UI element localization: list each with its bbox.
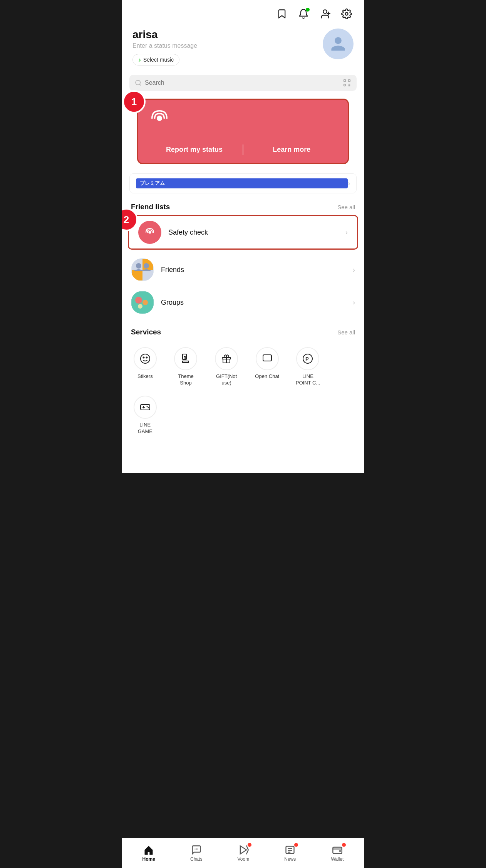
svg-rect-8 — [344, 84, 346, 86]
report-status-button[interactable]: Report my status — [146, 143, 243, 156]
gift-label: GIFT(Not use) — [216, 373, 237, 386]
svg-point-22 — [142, 300, 148, 305]
svg-rect-6 — [344, 80, 346, 82]
svg-rect-16 — [132, 270, 142, 280]
notification-icon[interactable] — [297, 7, 310, 21]
service-line-point[interactable]: P LINE POINT C... — [288, 343, 328, 390]
top-nav — [122, 0, 364, 25]
report-status-banner[interactable]: Report my status Learn more — [137, 99, 349, 164]
svg-point-38 — [146, 406, 147, 407]
avatar[interactable] — [323, 29, 354, 59]
music-icon: ♪ — [138, 57, 141, 63]
safety-check-label: Safety check — [168, 228, 345, 237]
premium-row[interactable]: プレミアム › — [129, 173, 357, 193]
gift-icon — [215, 347, 238, 370]
svg-text:P: P — [305, 356, 309, 362]
service-line-game[interactable]: LINE GAME — [126, 392, 165, 439]
profile-name: arisa — [132, 29, 323, 41]
svg-point-23 — [138, 304, 142, 309]
safety-check-icon — [138, 221, 161, 244]
line-point-label: LINE POINT C... — [296, 373, 320, 386]
safety-check-chevron-icon: › — [345, 228, 348, 237]
banner-buttons: Report my status Learn more — [146, 143, 340, 156]
svg-point-0 — [323, 10, 327, 13]
service-stickers[interactable]: Stikers — [126, 343, 165, 390]
svg-rect-7 — [349, 80, 350, 82]
safety-check-wrapper: Safety check › — [128, 215, 358, 250]
add-friend-icon[interactable] — [318, 7, 332, 21]
svg-point-25 — [143, 357, 144, 358]
label-1: 1 — [122, 90, 146, 113]
open-chat-label: Open Chat — [255, 373, 279, 380]
safety-check-item[interactable]: Safety check › — [129, 216, 357, 248]
search-icon — [135, 79, 142, 86]
profile-section: arisa Enter a status message ♪ Select mu… — [122, 25, 364, 72]
services-see-all[interactable]: See all — [337, 329, 355, 336]
radio-waves-icon — [146, 107, 173, 133]
friend-lists-title: Friend lists — [131, 203, 170, 211]
status-message[interactable]: Enter a status message — [132, 42, 323, 49]
svg-point-4 — [136, 80, 140, 85]
svg-point-3 — [345, 13, 348, 15]
scan-icon[interactable] — [343, 79, 351, 87]
learn-more-button[interactable]: Learn more — [243, 143, 340, 156]
svg-rect-17 — [142, 270, 153, 280]
settings-icon[interactable] — [340, 7, 354, 21]
search-bar[interactable] — [129, 75, 357, 91]
line-game-icon — [134, 396, 157, 419]
profile-info: arisa Enter a status message ♪ Select mu… — [132, 29, 323, 65]
groups-item[interactable]: Groups › — [122, 286, 364, 319]
notification-dot — [306, 8, 310, 12]
groups-icon — [131, 291, 154, 314]
select-music-label: Select music — [143, 57, 174, 63]
bookmark-icon[interactable] — [275, 7, 289, 21]
services-grid: Stikers Theme Shop — [122, 340, 364, 442]
svg-line-5 — [139, 84, 141, 85]
services-section: Services See all Stikers — [122, 319, 364, 473]
safety-section: 2 Safety check › — [122, 215, 364, 254]
svg-point-18 — [136, 263, 141, 269]
stickers-label: Stikers — [137, 373, 153, 380]
friends-item[interactable]: Friends › — [122, 254, 364, 286]
service-theme-shop[interactable]: Theme Shop — [166, 343, 206, 390]
theme-shop-icon — [174, 347, 197, 370]
friends-label: Friends — [161, 266, 353, 274]
line-point-icon: P — [296, 347, 319, 370]
services-title: Services — [131, 328, 161, 336]
friend-lists-see-all[interactable]: See all — [337, 204, 355, 210]
svg-point-19 — [144, 263, 149, 269]
svg-point-12 — [157, 116, 162, 121]
premium-chevron-icon: › — [348, 180, 350, 188]
svg-rect-32 — [263, 355, 271, 361]
services-header: Services See all — [122, 325, 364, 340]
svg-point-21 — [135, 297, 142, 304]
groups-label: Groups — [161, 299, 353, 307]
open-chat-icon — [256, 347, 279, 370]
friends-icon — [131, 258, 154, 281]
line-game-label: LINE GAME — [138, 422, 153, 435]
service-open-chat[interactable]: Open Chat — [248, 343, 287, 390]
svg-point-26 — [146, 357, 147, 358]
premium-badge: プレミアム — [136, 178, 348, 188]
svg-point-13 — [148, 231, 151, 233]
search-input[interactable] — [145, 79, 340, 86]
friend-lists-header: Friend lists See all — [122, 200, 364, 215]
service-gift[interactable]: GIFT(Not use) — [207, 343, 246, 390]
groups-chevron-icon: › — [353, 299, 355, 307]
friends-chevron-icon: › — [353, 266, 355, 274]
theme-shop-label: Theme Shop — [178, 373, 193, 386]
svg-point-24 — [141, 354, 150, 363]
svg-point-39 — [147, 407, 149, 408]
stickers-icon — [134, 347, 157, 370]
select-music-button[interactable]: ♪ Select music — [132, 54, 179, 65]
svg-rect-28 — [184, 356, 185, 359]
